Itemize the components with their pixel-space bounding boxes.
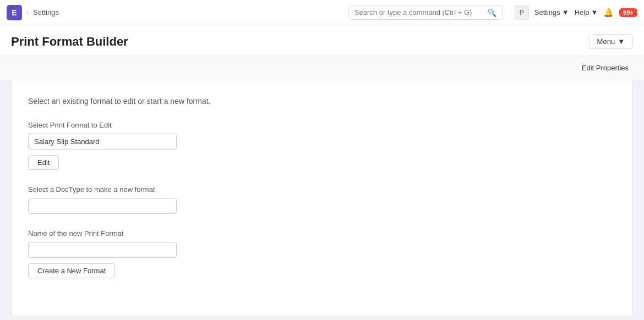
menu-button[interactable]: Menu ▼ [589, 34, 633, 49]
select-doctype-label: Select a DocType to make a new format [28, 185, 616, 194]
select-format-label: Select Print Format to Edit [28, 121, 616, 129]
toolbar-row: Edit Properties [0, 56, 644, 80]
settings-menu-button[interactable]: Settings ▼ [534, 8, 569, 16]
menu-chevron-icon: ▼ [618, 37, 625, 46]
breadcrumb-settings: Settings [33, 8, 59, 16]
brand-logo[interactable]: E [7, 5, 22, 20]
settings-chevron-icon: ▼ [562, 8, 569, 16]
select-format-section: Select Print Format to Edit Edit [28, 121, 616, 170]
help-chevron-icon: ▼ [591, 8, 598, 16]
new-format-name-input[interactable] [28, 242, 177, 258]
main-content: Select an existing format to edit or sta… [0, 80, 644, 320]
breadcrumb-chevron: › [26, 9, 29, 16]
edit-properties-button[interactable]: Edit Properties [577, 62, 633, 74]
instruction-text: Select an existing format to edit or sta… [28, 97, 616, 106]
content-card: Select an existing format to edit or sta… [11, 80, 633, 316]
new-format-name-section: Name of the new Print Format Create a Ne… [28, 229, 616, 278]
select-doctype-section: Select a DocType to make a new format [28, 185, 616, 214]
search-box[interactable]: 🔍 [348, 5, 503, 20]
edit-button[interactable]: Edit [28, 155, 59, 170]
select-format-input[interactable] [28, 134, 177, 150]
navbar-right: P Settings ▼ Help ▼ 🔔 99+ [515, 5, 637, 20]
notifications-button[interactable]: 🔔 [603, 8, 614, 18]
new-format-name-label: Name of the new Print Format [28, 229, 616, 238]
notification-badge: 99+ [619, 8, 637, 17]
navbar: E › Settings 🔍 P Settings ▼ Help ▼ 🔔 99+ [0, 0, 644, 25]
page-header: Print Format Builder Menu ▼ [0, 25, 644, 56]
search-input[interactable] [354, 8, 483, 16]
search-icon: 🔍 [487, 8, 496, 17]
avatar[interactable]: P [515, 5, 529, 20]
page-title: Print Format Builder [11, 35, 128, 49]
select-doctype-input[interactable] [28, 198, 177, 214]
create-new-format-button[interactable]: Create a New Format [28, 263, 115, 278]
help-menu-button[interactable]: Help ▼ [575, 8, 598, 16]
